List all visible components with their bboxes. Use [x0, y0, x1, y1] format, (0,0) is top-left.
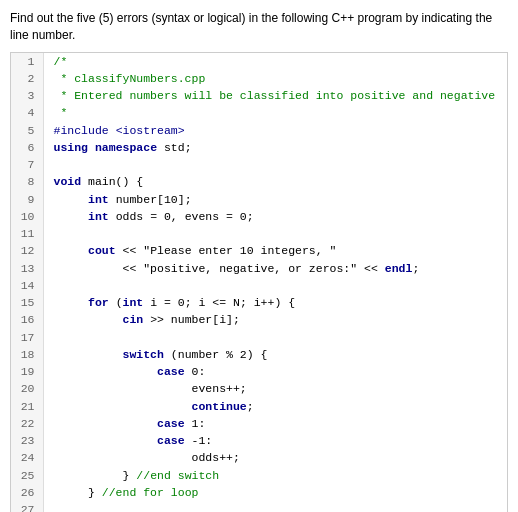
table-row: 21 continue;: [11, 398, 508, 415]
table-row: 14: [11, 277, 508, 294]
line-number: 9: [11, 191, 43, 208]
line-code: case 0:: [43, 363, 508, 380]
table-row: 10 int odds = 0, evens = 0;: [11, 208, 508, 225]
table-row: 4 *: [11, 104, 508, 121]
line-code: * Entered numbers will be classified int…: [43, 87, 508, 104]
line-number: 16: [11, 311, 43, 328]
table-row: 27: [11, 501, 508, 512]
table-row: 7: [11, 156, 508, 173]
line-number: 15: [11, 294, 43, 311]
line-number: 2: [11, 70, 43, 87]
line-code: cout << "Please enter 10 integers, ": [43, 242, 508, 259]
line-code: [43, 501, 508, 512]
table-row: 19 case 0:: [11, 363, 508, 380]
line-number: 7: [11, 156, 43, 173]
line-code: [43, 329, 508, 346]
line-code: } //end switch: [43, 467, 508, 484]
line-code: * classifyNumbers.cpp: [43, 70, 508, 87]
table-row: 26 } //end for loop: [11, 484, 508, 501]
table-row: 18 switch (number % 2) {: [11, 346, 508, 363]
line-number: 26: [11, 484, 43, 501]
table-row: 20 evens++;: [11, 380, 508, 397]
line-code: for (int i = 0; i <= N; i++) {: [43, 294, 508, 311]
table-row: 12 cout << "Please enter 10 integers, ": [11, 242, 508, 259]
line-code: /*: [43, 53, 508, 70]
line-code: << "positive, negative, or zeros:" << en…: [43, 260, 508, 277]
table-row: 16 cin >> number[i];: [11, 311, 508, 328]
table-row: 8void main() {: [11, 173, 508, 190]
table-row: 24 odds++;: [11, 449, 508, 466]
line-number: 21: [11, 398, 43, 415]
line-code: using namespace std;: [43, 139, 508, 156]
line-code: evens++;: [43, 380, 508, 397]
table-row: 15 for (int i = 0; i <= N; i++) {: [11, 294, 508, 311]
line-number: 5: [11, 122, 43, 139]
code-container: 1/*2 * classifyNumbers.cpp3 * Entered nu…: [10, 52, 508, 512]
line-code: int number[10];: [43, 191, 508, 208]
line-number: 6: [11, 139, 43, 156]
line-number: 12: [11, 242, 43, 259]
line-code: } //end for loop: [43, 484, 508, 501]
line-number: 18: [11, 346, 43, 363]
code-table: 1/*2 * classifyNumbers.cpp3 * Entered nu…: [11, 53, 508, 512]
line-number: 8: [11, 173, 43, 190]
line-number: 11: [11, 225, 43, 242]
table-row: 6using namespace std;: [11, 139, 508, 156]
line-code: [43, 156, 508, 173]
table-row: 3 * Entered numbers will be classified i…: [11, 87, 508, 104]
line-number: 13: [11, 260, 43, 277]
line-number: 14: [11, 277, 43, 294]
table-row: 23 case -1:: [11, 432, 508, 449]
line-code: switch (number % 2) {: [43, 346, 508, 363]
line-code: #include <iostream>: [43, 122, 508, 139]
line-number: 1: [11, 53, 43, 70]
line-number: 22: [11, 415, 43, 432]
instruction-text: Find out the five (5) errors (syntax or …: [10, 10, 508, 44]
table-row: 2 * classifyNumbers.cpp: [11, 70, 508, 87]
line-number: 4: [11, 104, 43, 121]
line-number: 17: [11, 329, 43, 346]
table-row: 22 case 1:: [11, 415, 508, 432]
line-code: *: [43, 104, 508, 121]
line-code: [43, 225, 508, 242]
line-code: [43, 277, 508, 294]
table-row: 1/*: [11, 53, 508, 70]
line-code: cin >> number[i];: [43, 311, 508, 328]
line-code: continue;: [43, 398, 508, 415]
table-row: 9 int number[10];: [11, 191, 508, 208]
table-row: 17: [11, 329, 508, 346]
line-number: 24: [11, 449, 43, 466]
line-code: case -1:: [43, 432, 508, 449]
table-row: 25 } //end switch: [11, 467, 508, 484]
line-number: 3: [11, 87, 43, 104]
line-code: odds++;: [43, 449, 508, 466]
line-number: 10: [11, 208, 43, 225]
table-row: 11: [11, 225, 508, 242]
line-code: void main() {: [43, 173, 508, 190]
line-code: case 1:: [43, 415, 508, 432]
line-code: int odds = 0, evens = 0;: [43, 208, 508, 225]
table-row: 13 << "positive, negative, or zeros:" <<…: [11, 260, 508, 277]
line-number: 27: [11, 501, 43, 512]
table-row: 5#include <iostream>: [11, 122, 508, 139]
line-number: 19: [11, 363, 43, 380]
line-number: 25: [11, 467, 43, 484]
line-number: 23: [11, 432, 43, 449]
line-number: 20: [11, 380, 43, 397]
